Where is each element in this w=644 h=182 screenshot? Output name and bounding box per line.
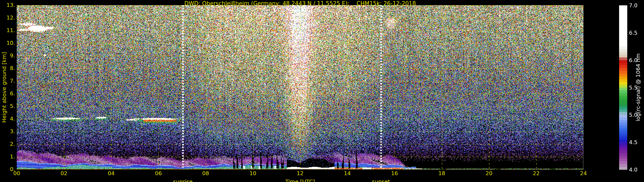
y-tick-label: 8. <box>10 65 15 71</box>
sunrise-annotation: sunrise <box>173 179 192 182</box>
colorbar-tick-label: 4.5 <box>629 139 638 145</box>
x-tick-label: 14 <box>344 171 351 177</box>
y-tick-label: 13. <box>6 2 15 8</box>
y-tick-label: 7. <box>10 78 15 84</box>
x-tick-label: 16 <box>391 171 398 177</box>
y-tick-label: 2. <box>10 141 15 147</box>
x-tick-label: 18 <box>438 171 445 177</box>
colorbar-tick-label: 6.5 <box>629 30 638 36</box>
y-tick-label: 10. <box>6 40 15 46</box>
y-tick-label: 1. <box>10 154 15 160</box>
x-tick-label: 08 <box>202 171 209 177</box>
ceilometer-quicklook-page: DWD: Oberschleißheim (Germany; 48.2443 N… <box>0 0 644 182</box>
y-tick-label: 3. <box>10 128 15 134</box>
y-tick-labels: 0.1.2.3.4.5.6.7.8.9.10.11.12.13. <box>0 0 16 182</box>
plot-area <box>17 5 584 169</box>
x-tick-label: 12 <box>297 171 304 177</box>
y-tick-label: 11. <box>6 27 15 33</box>
sunset-annotation: sunset <box>372 179 390 182</box>
x-axis-label: Time [UTC] <box>285 179 315 182</box>
x-tick-label: 20 <box>486 171 492 177</box>
x-tick-label: 22 <box>533 171 540 177</box>
colorbar-axis-label: log(rc-signal) @ 1064 nm <box>635 54 641 121</box>
colorbar-tick-label: 7.0 <box>629 2 638 8</box>
x-tick-label: 02 <box>60 171 68 177</box>
ceilometer-heatmap-canvas <box>17 5 584 169</box>
x-tick-labels: 00020406081012141618202224 <box>17 171 584 177</box>
y-tick-label: 6. <box>10 91 15 96</box>
x-tick-label: 24 <box>580 171 587 177</box>
y-tick-label: 5. <box>10 103 15 109</box>
y-tick-label: 12. <box>6 15 15 21</box>
x-tick-label: 00 <box>13 171 20 177</box>
y-tick-label: 9. <box>10 53 15 59</box>
colorbar-tick-label: 4.0 <box>629 167 638 173</box>
colorbar <box>619 5 627 170</box>
x-tick-label: 06 <box>155 171 162 177</box>
x-tick-label: 10 <box>250 171 256 177</box>
y-tick-label: 4. <box>10 116 15 122</box>
x-tick-label: 04 <box>108 171 115 177</box>
